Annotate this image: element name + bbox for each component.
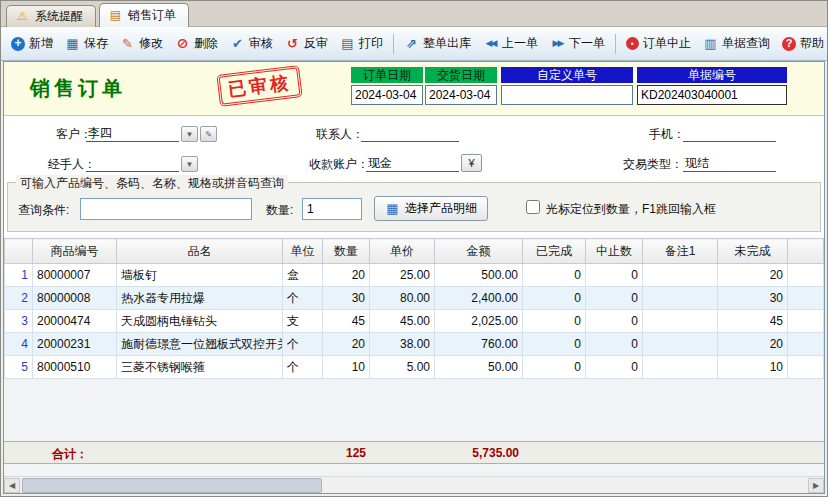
cell-undone[interactable]: 10 bbox=[718, 356, 788, 379]
cell-note[interactable] bbox=[643, 287, 718, 310]
handler-field[interactable] bbox=[86, 155, 179, 172]
cell-amount[interactable]: 760.00 bbox=[435, 333, 523, 356]
cell-stopped[interactable]: 0 bbox=[586, 333, 643, 356]
cell-done[interactable]: 0 bbox=[523, 333, 586, 356]
cell-unit[interactable]: 支 bbox=[283, 310, 323, 333]
cell-qty[interactable]: 30 bbox=[323, 287, 370, 310]
cell-stopped[interactable]: 0 bbox=[586, 356, 643, 379]
handler-dropdown-button[interactable]: ▼ bbox=[181, 156, 198, 172]
toolbar-next-order-button[interactable]: 下一单 bbox=[544, 31, 611, 57]
cell-done[interactable]: 0 bbox=[523, 310, 586, 333]
cell-undone[interactable]: 20 bbox=[718, 333, 788, 356]
tab-sales-order[interactable]: 销售订单 bbox=[99, 3, 189, 27]
cell-qty[interactable]: 20 bbox=[323, 333, 370, 356]
cell-qty[interactable]: 45 bbox=[323, 310, 370, 333]
col-unit[interactable]: 单位 bbox=[283, 239, 323, 264]
cell-undone[interactable]: 30 bbox=[718, 287, 788, 310]
cell-qty[interactable]: 20 bbox=[323, 264, 370, 287]
cell-amount[interactable]: 50.00 bbox=[435, 356, 523, 379]
cell-qty[interactable]: 10 bbox=[323, 356, 370, 379]
col-amount[interactable]: 金额 bbox=[435, 239, 523, 264]
toolbar-new-button[interactable]: 新增 bbox=[5, 31, 59, 57]
cell-undone[interactable]: 45 bbox=[718, 310, 788, 333]
cell-rownum[interactable]: 2 bbox=[5, 287, 33, 310]
cell-unit[interactable]: 个 bbox=[283, 333, 323, 356]
col-done[interactable]: 已完成 bbox=[523, 239, 586, 264]
table-row[interactable]: 4 20000231 施耐德璟意一位翘板式双控开关 个 20 38.00 760… bbox=[5, 333, 824, 356]
cell-done[interactable]: 0 bbox=[523, 264, 586, 287]
phone-field[interactable] bbox=[683, 125, 776, 142]
select-product-button[interactable]: 选择产品明细 bbox=[374, 196, 488, 221]
toolbar-unaudit-button[interactable]: 反审 bbox=[279, 31, 334, 57]
cell-note[interactable] bbox=[643, 310, 718, 333]
cell-amount[interactable]: 500.00 bbox=[435, 264, 523, 287]
cell-rownum[interactable]: 3 bbox=[5, 310, 33, 333]
cell-unit[interactable]: 盒 bbox=[283, 264, 323, 287]
col-product-name[interactable]: 品名 bbox=[117, 239, 283, 264]
cell-name[interactable]: 三菱不锈钢喉箍 bbox=[117, 356, 283, 379]
trade-type-field[interactable]: 现结 bbox=[683, 155, 776, 172]
toolbar-ship-all-button[interactable]: 整单出库 bbox=[398, 31, 477, 57]
cell-code[interactable]: 80000007 bbox=[33, 264, 117, 287]
col-note1[interactable]: 备注1 bbox=[643, 239, 718, 264]
cell-rownum[interactable]: 4 bbox=[5, 333, 33, 356]
scroll-left-button[interactable]: ◀ bbox=[4, 478, 20, 493]
cell-rownum[interactable]: 5 bbox=[5, 356, 33, 379]
account-field[interactable]: 现金 bbox=[366, 155, 459, 172]
doc-no-input[interactable] bbox=[637, 85, 787, 105]
table-row[interactable]: 3 20000474 天成圆柄电锤钻头 支 45 45.00 2,025.00 … bbox=[5, 310, 824, 333]
cell-stopped[interactable]: 0 bbox=[586, 287, 643, 310]
col-stopped[interactable]: 中止数 bbox=[586, 239, 643, 264]
cell-note[interactable] bbox=[643, 333, 718, 356]
cell-price[interactable]: 80.00 bbox=[370, 287, 435, 310]
col-product-code[interactable]: 商品编号 bbox=[33, 239, 117, 264]
cell-name[interactable]: 施耐德璟意一位翘板式双控开关 bbox=[117, 333, 283, 356]
cell-done[interactable]: 0 bbox=[523, 356, 586, 379]
query-qty-input[interactable] bbox=[302, 198, 362, 220]
cell-stopped[interactable]: 0 bbox=[586, 310, 643, 333]
custom-no-input[interactable] bbox=[501, 85, 633, 105]
toolbar-save-button[interactable]: 保存 bbox=[59, 31, 114, 57]
cell-note[interactable] bbox=[643, 356, 718, 379]
cell-code[interactable]: 20000474 bbox=[33, 310, 117, 333]
table-row[interactable]: 5 80000510 三菱不锈钢喉箍 个 10 5.00 50.00 0 0 1… bbox=[5, 356, 824, 379]
customer-edit-button[interactable]: ✎ bbox=[200, 126, 217, 142]
toolbar-print-button[interactable]: 打印 bbox=[334, 31, 389, 57]
cell-name[interactable]: 墙板钉 bbox=[117, 264, 283, 287]
cell-code[interactable]: 80000008 bbox=[33, 287, 117, 310]
customer-dropdown-button[interactable]: ▼ bbox=[181, 126, 198, 142]
cell-note[interactable] bbox=[643, 264, 718, 287]
focus-qty-checkbox[interactable] bbox=[526, 200, 540, 214]
cell-rownum[interactable]: 1 bbox=[5, 264, 33, 287]
toolbar-doc-query-button[interactable]: 单据查询 bbox=[697, 31, 776, 57]
order-date-input[interactable] bbox=[351, 85, 423, 105]
cell-undone[interactable]: 20 bbox=[718, 264, 788, 287]
contact-field[interactable] bbox=[361, 125, 459, 142]
cell-stopped[interactable]: 0 bbox=[586, 264, 643, 287]
cell-price[interactable]: 25.00 bbox=[370, 264, 435, 287]
scroll-right-button[interactable]: ▶ bbox=[808, 478, 824, 493]
cell-code[interactable]: 20000231 bbox=[33, 333, 117, 356]
cell-name[interactable]: 热水器专用拉爆 bbox=[117, 287, 283, 310]
tab-system-alert[interactable]: 系统提醒 bbox=[6, 5, 96, 27]
cell-price[interactable]: 5.00 bbox=[370, 356, 435, 379]
cell-code[interactable]: 80000510 bbox=[33, 356, 117, 379]
currency-button[interactable]: ¥ bbox=[461, 154, 482, 172]
cell-amount[interactable]: 2,025.00 bbox=[435, 310, 523, 333]
toolbar-prev-order-button[interactable]: 上一单 bbox=[477, 31, 544, 57]
toolbar-edit-button[interactable]: 修改 bbox=[114, 31, 169, 57]
delivery-date-input[interactable] bbox=[425, 85, 497, 105]
scrollbar-thumb[interactable] bbox=[22, 478, 322, 493]
table-row[interactable]: 1 80000007 墙板钉 盒 20 25.00 500.00 0 0 20 bbox=[5, 264, 824, 287]
cell-name[interactable]: 天成圆柄电锤钻头 bbox=[117, 310, 283, 333]
col-price[interactable]: 单价 bbox=[370, 239, 435, 264]
toolbar-delete-button[interactable]: 删除 bbox=[169, 31, 224, 57]
col-undone[interactable]: 未完成 bbox=[718, 239, 788, 264]
customer-field[interactable]: 李四 bbox=[86, 125, 179, 142]
cell-done[interactable]: 0 bbox=[523, 287, 586, 310]
table-row[interactable]: 2 80000008 热水器专用拉爆 个 30 80.00 2,400.00 0… bbox=[5, 287, 824, 310]
toolbar-stop-order-button[interactable]: 订单中止 bbox=[620, 31, 697, 57]
toolbar-help-button[interactable]: 帮助 bbox=[776, 31, 828, 57]
toolbar-audit-button[interactable]: 审核 bbox=[224, 31, 279, 57]
cell-price[interactable]: 45.00 bbox=[370, 310, 435, 333]
